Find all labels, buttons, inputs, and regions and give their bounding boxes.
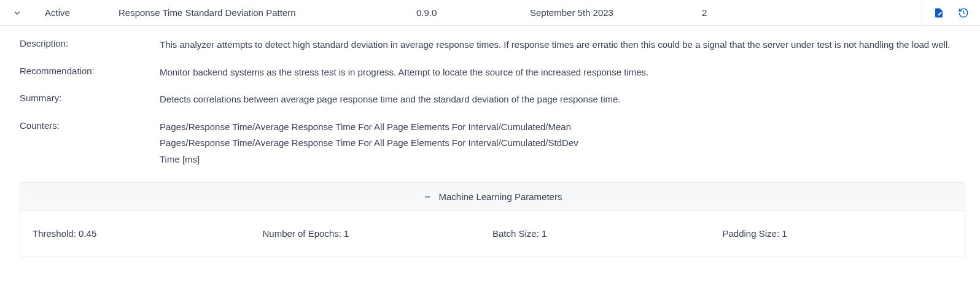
summary-row: Summary: Detects correlations between av… [20,93,980,107]
row-actions [922,0,980,25]
batch-label: Batch Size: [492,228,539,239]
description-value: This analyzer attempts to detect high st… [160,38,980,52]
ml-parameters-panel: Machine Learning Parameters Threshold: 0… [20,182,980,256]
summary-value: Detects correlations between average pag… [160,93,980,107]
analyzer-details: Description: This analyzer attempts to d… [0,26,980,256]
history-button[interactable] [958,7,969,18]
batch-value: 1 [539,228,547,239]
recommendation-row: Recommendation: Monitor backend systems … [20,66,980,80]
ml-parameters-toggle[interactable]: Machine Learning Parameters [20,182,965,211]
batch-param: Batch Size: 1 [492,228,723,239]
threshold-label: Threshold: [33,228,76,239]
counters-row: Counters: Pages/Response Time/Average Re… [20,120,980,169]
status-cell: Active [29,7,119,18]
name-cell: Response Time Standard Deviation Pattern [119,7,416,18]
edit-button[interactable] [933,7,944,18]
padding-label: Padding Size: [723,228,780,239]
ml-parameters-body: Threshold: 0.45 Number of Epochs: 1 Batc… [20,211,965,256]
counter-line: Pages/Response Time/Average Response Tim… [160,120,955,134]
history-icon [958,7,969,18]
recommendation-value: Monitor backend systems as the stress te… [160,66,980,80]
date-cell: September 5th 2023 [530,7,702,18]
padding-param: Padding Size: 1 [723,228,953,239]
epochs-value: 1 [341,228,349,239]
count-cell: 2 [702,7,794,18]
description-label: Description: [20,38,160,48]
edit-icon [933,7,944,18]
counter-line: Time [ms] [160,153,955,167]
counters-label: Counters: [20,120,160,131]
padding-value: 1 [779,228,787,239]
description-row: Description: This analyzer attempts to d… [20,38,980,52]
threshold-value: 0.45 [76,228,96,239]
ml-parameters-title: Machine Learning Parameters [439,191,562,202]
recommendation-label: Recommendation: [20,66,160,76]
summary-label: Summary: [20,93,160,103]
counters-value: Pages/Response Time/Average Response Tim… [160,120,980,169]
chevron-down-icon [12,8,22,18]
epochs-param: Number of Epochs: 1 [263,228,493,239]
counter-line: Pages/Response Time/Average Response Tim… [160,136,955,150]
expand-toggle[interactable] [5,8,29,18]
version-cell: 0.9.0 [416,7,530,18]
epochs-label: Number of Epochs: [263,228,341,239]
threshold-param: Threshold: 0.45 [33,228,263,239]
analyzer-row: Active Response Time Standard Deviation … [0,0,980,26]
collapse-icon [423,193,432,201]
